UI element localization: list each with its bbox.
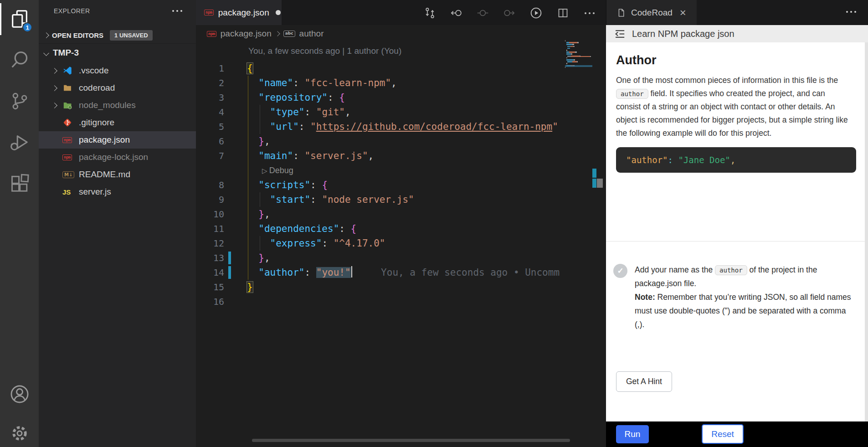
split-editor-icon[interactable] — [557, 7, 569, 19]
code-text: "express": "^4.17.0" — [247, 236, 385, 251]
task-check-icon[interactable]: ✓ — [613, 264, 627, 278]
code-token: : — [304, 107, 316, 118]
file-icon-box: npm — [62, 137, 76, 143]
code-token — [247, 238, 270, 249]
overview-marker — [592, 169, 596, 178]
line-number: 1 — [196, 61, 224, 76]
file-icon — [616, 7, 626, 18]
source-control-icon — [10, 91, 30, 111]
get-hint-button[interactable]: Get A Hint — [616, 371, 672, 392]
code-text: }, — [247, 207, 270, 221]
breadcrumb[interactable]: npm package.json abc author — [207, 26, 324, 41]
activity-settings-button[interactable] — [0, 416, 39, 447]
tree-item-readme-md[interactable]: M↓README.md — [39, 166, 196, 183]
step-back-icon[interactable] — [450, 7, 462, 19]
code-token: { — [351, 223, 357, 234]
reset-button[interactable]: Reset — [702, 424, 744, 444]
folder-icon — [62, 83, 72, 92]
tree-item--gitignore[interactable]: .gitignore — [39, 114, 196, 131]
code-line-1[interactable]: 1{ — [196, 61, 566, 76]
tree-item--vscode[interactable]: .vscode — [39, 62, 196, 79]
activity-explorer-button[interactable]: 1 — [0, 2, 39, 36]
file-icon-box — [62, 118, 76, 128]
code-line-6[interactable]: 6 }, — [196, 134, 566, 149]
code-token: "Jane Doe" — [678, 155, 730, 165]
tree-item-package-json[interactable]: npmpackage.json — [39, 131, 196, 149]
code-text: "name": "fcc-learn-npm", — [247, 76, 397, 90]
unsaved-badge: 1 UNSAVED — [110, 30, 152, 41]
current-step-icon[interactable] — [477, 7, 489, 19]
code-line-2[interactable]: 2 "name": "fcc-learn-npm", — [196, 76, 566, 90]
code-line-15[interactable]: 15} — [196, 280, 566, 294]
panel-scrollbar[interactable] — [865, 42, 868, 421]
open-editors-label: OPEN EDITORS — [52, 31, 103, 39]
open-editors-section[interactable]: OPEN EDITORS 1 UNSAVED — [39, 27, 196, 44]
search-icon — [9, 49, 30, 70]
code-line-10[interactable]: 10 }, — [196, 207, 566, 221]
code-text: }, — [247, 134, 270, 149]
explorer-more-actions-icon[interactable] — [171, 6, 183, 15]
run-file-icon[interactable] — [529, 6, 543, 20]
minimap[interactable] — [565, 27, 592, 337]
code-token — [247, 121, 270, 132]
code-line-16[interactable]: 16 — [196, 294, 566, 309]
horizontal-scrollbar[interactable] — [252, 439, 570, 442]
breadcrumb-file[interactable]: package.json — [221, 29, 272, 39]
code-line-8[interactable]: 8 "scripts": { — [196, 178, 566, 192]
panel-tab-bar: CodeRoad × — [606, 0, 868, 25]
activity-search-button[interactable] — [0, 43, 39, 77]
code-token: : — [310, 194, 322, 205]
activity-extensions-button[interactable] — [0, 166, 39, 200]
panel-more-actions-icon[interactable] — [845, 7, 857, 15]
line-number: 6 — [196, 134, 224, 149]
code-token: : — [293, 77, 304, 88]
git-icon — [62, 118, 72, 128]
tab-package-json[interactable]: npm package.json — [196, 0, 282, 25]
modified-dot-icon[interactable] — [276, 10, 281, 15]
code-line-14[interactable]: 14 "author": "you!"You, a few seconds ag… — [196, 265, 566, 280]
code-token: "author" — [258, 267, 304, 278]
collapse-menu-icon[interactable] — [613, 28, 626, 40]
activity-run-debug-button[interactable] — [0, 125, 39, 159]
line-number: 8 — [196, 178, 224, 192]
code-line-7[interactable]: 7 "main": "server.js", — [196, 149, 566, 163]
step-forward-icon[interactable] — [503, 7, 515, 19]
code-line-4[interactable]: 4 "type": "git", — [196, 105, 566, 119]
tree-item-package-lock-json[interactable]: npmpackage-lock.json — [39, 149, 196, 166]
run-button[interactable]: Run — [616, 425, 649, 443]
close-icon[interactable]: × — [680, 7, 686, 18]
code-token — [247, 209, 258, 220]
codelens-row[interactable]: Debug — [196, 163, 566, 178]
file-tree: .vscodecoderoadnode_modules.gitignorenpm… — [39, 62, 196, 200]
code-line-5[interactable]: 5 "url": "https://github.com/coderoad/fc… — [196, 119, 566, 134]
code-line-13[interactable]: 13 }, — [196, 251, 566, 265]
activity-account-button[interactable] — [0, 377, 39, 411]
overview-ruler[interactable] — [592, 0, 606, 447]
code-line-3[interactable]: 3 "repository": { — [196, 90, 566, 105]
code-line-9[interactable]: 9 "start": "node server.js" — [196, 192, 566, 207]
file-icon-box — [62, 83, 76, 92]
codelens-debug-link[interactable]: Debug — [262, 163, 293, 178]
code-token: "scripts" — [258, 180, 310, 190]
code-line-11[interactable]: 11 "dependencies": { — [196, 221, 566, 236]
line-number: 10 — [196, 207, 224, 221]
code-token: } — [258, 252, 264, 263]
text-segment: field. It specifies who created the proj… — [616, 89, 848, 138]
line-number: 5 — [196, 119, 224, 134]
code-token: : — [293, 150, 304, 161]
code-line-12[interactable]: 12 "express": "^4.17.0" — [196, 236, 566, 251]
breadcrumb-symbol[interactable]: author — [299, 29, 324, 39]
activity-source-control-button[interactable] — [0, 84, 39, 118]
tree-item-coderoad[interactable]: coderoad — [39, 79, 196, 97]
compare-changes-icon[interactable] — [424, 7, 436, 19]
tree-item-node-modules[interactable]: node_modules — [39, 97, 196, 114]
tab-coderoad[interactable]: CodeRoad × — [606, 0, 697, 25]
code-token: } — [258, 136, 264, 147]
code-token — [247, 194, 270, 205]
javascript-file-icon: JS — [62, 188, 71, 196]
tree-item-server-js[interactable]: JSserver.js — [39, 183, 196, 200]
workspace-root-folder[interactable]: TMP-3 — [39, 45, 196, 61]
code-token: "fcc-learn-npm" — [304, 77, 391, 88]
chevron-right-icon — [51, 103, 57, 108]
code-lines[interactable]: 1{2 "name": "fcc-learn-npm",3 "repositor… — [196, 61, 566, 309]
